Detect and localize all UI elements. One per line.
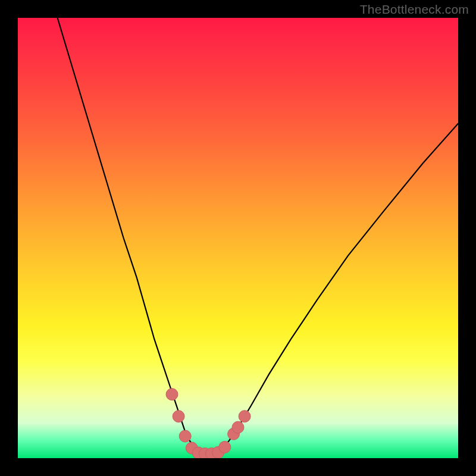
watermark-text: TheBottleneck.com [360, 2, 469, 17]
chart-frame: TheBottleneck.com [0, 0, 476, 476]
plot-area [18, 18, 458, 458]
curve-marker [219, 441, 231, 453]
bottleneck-curve [58, 18, 458, 454]
curve-marker [179, 430, 191, 442]
curve-marker [239, 411, 250, 422]
marker-group [166, 389, 250, 458]
curve-marker [232, 421, 244, 433]
curve-marker [166, 389, 178, 400]
curve-marker [173, 411, 184, 422]
chart-svg [18, 18, 458, 458]
